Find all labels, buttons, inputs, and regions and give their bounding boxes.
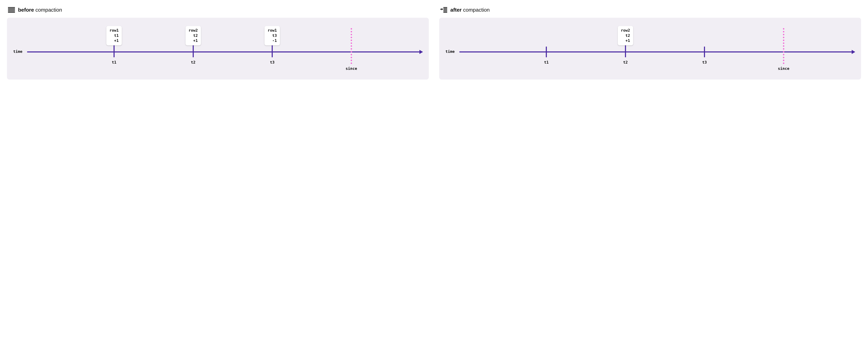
before-panel: time t1 row1 t1 +1 t2 row2 t2 +1 bbox=[7, 18, 429, 80]
tick-label-t2: t2 bbox=[191, 60, 196, 64]
svg-rect-3 bbox=[8, 11, 15, 11]
time-axis-label: time bbox=[445, 49, 455, 54]
card-time: t1 bbox=[110, 33, 119, 38]
time-axis-label: time bbox=[13, 49, 22, 54]
svg-rect-1 bbox=[8, 8, 15, 9]
event-card-t2: row2 t2 +1 bbox=[185, 26, 201, 45]
before-timeline: time t1 row1 t1 +1 t2 row2 t2 +1 bbox=[13, 25, 423, 70]
after-title: after compaction bbox=[450, 7, 490, 13]
before-title-bold: before bbox=[18, 7, 34, 13]
card-row: row2 bbox=[621, 28, 630, 33]
after-panel: time t1 t2 row2 t2 +1 t3 since bbox=[439, 18, 861, 80]
card-diff: -1 bbox=[268, 38, 277, 43]
time-axis-line bbox=[27, 52, 423, 53]
card-time: t2 bbox=[621, 33, 630, 38]
after-title-bold: after bbox=[450, 7, 462, 13]
diagram-row: before compaction time t1 row1 t1 +1 t2 bbox=[7, 7, 861, 80]
after-title-rest: compaction bbox=[463, 7, 490, 13]
before-title-rest: compaction bbox=[35, 7, 62, 13]
before-title: before compaction bbox=[18, 7, 62, 13]
card-row: row1 bbox=[268, 28, 277, 33]
tick-label-t1: t1 bbox=[544, 60, 549, 64]
tick-t1 bbox=[546, 47, 547, 57]
after-compact-icon bbox=[440, 7, 447, 13]
svg-rect-8 bbox=[443, 11, 447, 11]
time-axis-arrow-icon bbox=[852, 50, 855, 54]
since-label: since bbox=[346, 66, 357, 71]
card-row: row2 bbox=[189, 28, 198, 33]
svg-rect-0 bbox=[8, 7, 15, 8]
tick-label-t3: t3 bbox=[702, 60, 707, 64]
tick-label-t1: t1 bbox=[112, 60, 117, 64]
time-axis-line bbox=[459, 52, 855, 53]
svg-rect-2 bbox=[8, 9, 15, 10]
before-lines-icon bbox=[8, 7, 15, 13]
tick-t3 bbox=[704, 47, 705, 57]
svg-rect-4 bbox=[8, 12, 15, 13]
card-time: t3 bbox=[268, 33, 277, 38]
tick-label-t3: t3 bbox=[270, 60, 275, 64]
svg-rect-5 bbox=[443, 7, 447, 8]
svg-rect-9 bbox=[443, 12, 447, 13]
card-diff: +1 bbox=[110, 38, 119, 43]
time-axis-arrow-icon bbox=[420, 50, 423, 54]
svg-marker-11 bbox=[442, 8, 443, 10]
after-panel-wrap: after compaction time t1 t2 row2 t2 +1 t bbox=[439, 7, 861, 80]
event-card-t3: row1 t3 -1 bbox=[265, 26, 280, 45]
after-header: after compaction bbox=[440, 7, 861, 13]
tick-label-t2: t2 bbox=[623, 60, 628, 64]
card-row: row1 bbox=[110, 28, 119, 33]
since-label: since bbox=[778, 66, 789, 71]
svg-rect-6 bbox=[443, 8, 447, 9]
card-diff: +1 bbox=[621, 38, 630, 43]
card-time: t2 bbox=[189, 33, 198, 38]
since-marker-line bbox=[783, 28, 784, 64]
before-panel-wrap: before compaction time t1 row1 t1 +1 t2 bbox=[7, 7, 429, 80]
card-diff: +1 bbox=[189, 38, 198, 43]
event-card-t2: row2 t2 +1 bbox=[618, 26, 633, 45]
after-timeline: time t1 t2 row2 t2 +1 t3 since bbox=[445, 25, 855, 70]
before-header: before compaction bbox=[8, 7, 429, 13]
svg-rect-7 bbox=[443, 9, 447, 10]
since-marker-line bbox=[351, 28, 352, 64]
event-card-t1: row1 t1 +1 bbox=[106, 26, 122, 45]
